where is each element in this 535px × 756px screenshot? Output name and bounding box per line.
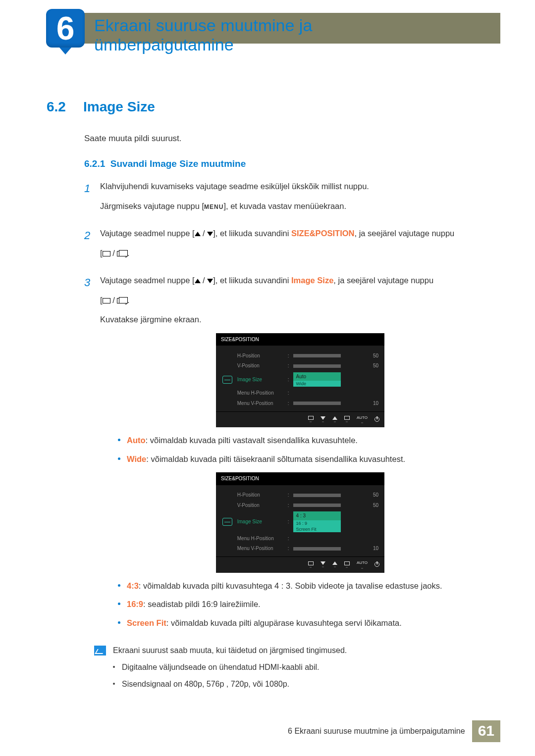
page-number: 61 [472,720,500,742]
chapter-badge: 6 [46,9,85,48]
osd-title: SIZE&POSITION [216,472,384,485]
osd-title: SIZE&POSITION [216,333,384,346]
step-1: 1 Klahvijuhendi kuvamiseks vajutage sead… [84,180,500,219]
down-arrow-icon [207,279,213,283]
step-3: 3 Vajutage seadmel nuppe [ / ], et liiku… [84,274,500,636]
power-icon [374,562,379,567]
osd-nav-down-icon [321,416,325,420]
osd-panel-2: SIZE&POSITION H-Position:50 V-Position:5… [216,472,384,572]
option-auto: Auto: võimaldab kuvada pilti vastavalt s… [118,434,500,447]
osd-nav-up-icon [332,416,337,420]
note-icon [94,646,106,655]
down-arrow-icon [207,232,213,236]
osd-nav-enter-icon [344,561,350,565]
note-item: Digitaalne väljundseade on ühendatud HDM… [113,661,347,673]
menu-key-label: MENU [204,203,223,210]
step-2: 2 Vajutage seadmel nuppe [ / ], et liiku… [84,227,500,266]
osd-dropdown-43: 4 : 3 [293,511,341,520]
osd-dropdown-169: 16 : 9 [293,520,341,526]
osd-panel-1: SIZE&POSITION H-Position:50 V-Position:5… [216,333,384,427]
enter-button-icon [117,298,125,303]
up-arrow-icon [195,232,201,236]
osd-dropdown-wide: Wide [293,381,341,387]
source-button-icon [103,251,110,256]
osd-nav-up-icon [332,561,337,565]
chapter-title: Ekraani suuruse muutmine ja ümberpaiguta… [94,16,312,54]
osd-nav-auto: AUTO [357,415,368,421]
power-icon [374,417,379,422]
note-item: Sisendsignaal on 480p, 576p , 720p, või … [113,678,347,690]
section-intro: Saate muuta pildi suurust. [84,134,500,144]
osd-dropdown-screenfit: Screen Fit [293,526,341,532]
osd-nav-left-icon [308,416,314,420]
option-43: 4:3: võimaldab kuvada pilti kuvasuhtega … [118,580,500,593]
osd-nav-down-icon [321,561,325,565]
option-169: 16:9: seadistab pildi 16:9 lairežiimile. [118,598,500,611]
enter-button-icon [117,251,125,256]
option-screenfit: Screen Fit: võimaldab kuvada pilti algup… [118,617,500,630]
note-block: Ekraani suurust saab muuta, kui täidetud… [94,645,500,695]
position-icon [222,518,232,526]
position-icon [222,376,232,384]
section-heading: 6.2Image Size [47,99,500,115]
page-footer: 6 Ekraani suuruse muutmine ja ümberpaigu… [288,720,500,742]
option-wide: Wide: võimaldab kuvada pilti täisekraani… [118,453,500,466]
up-arrow-icon [195,279,201,283]
osd-nav-enter-icon [344,416,350,420]
osd-nav-left-icon [308,561,314,565]
source-button-icon [103,298,110,303]
subsection-heading: 6.2.1 Suvandi Image Size muutmine [84,158,500,169]
osd-nav-auto: AUTO [357,560,368,566]
osd-dropdown-auto: Auto [293,372,341,381]
